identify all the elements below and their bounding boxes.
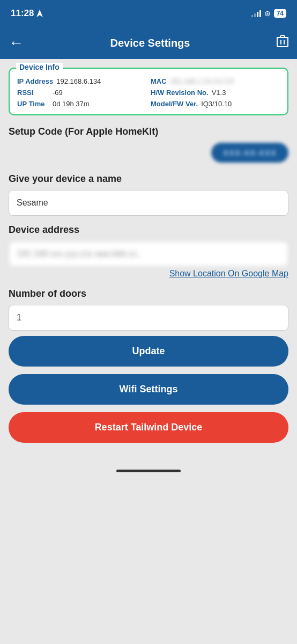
show-map-link[interactable]: Show Location On Google Map bbox=[9, 269, 288, 279]
model-key: Model/FW Ver. bbox=[151, 100, 198, 108]
mac-row: MAC 192.168.1.XX:XX:XX bbox=[151, 77, 280, 85]
back-button[interactable]: ← bbox=[9, 35, 24, 50]
device-name-input[interactable] bbox=[9, 190, 288, 216]
status-bar: 11:28 ⊛ 74 bbox=[0, 0, 297, 27]
model-row: Model/FW Ver. IQ3/10.10 bbox=[151, 100, 280, 108]
device-info-grid: IP Address 192.168.6.134 MAC 192.168.1.X… bbox=[17, 77, 280, 108]
setup-code-label: Setup Code (For Apple HomeKit) bbox=[9, 126, 288, 137]
ip-address-row: IP Address 192.168.6.134 bbox=[17, 77, 146, 85]
status-time: 11:28 bbox=[11, 8, 43, 19]
home-bar bbox=[116, 470, 181, 472]
device-info-card: Device Info IP Address 192.168.6.134 MAC… bbox=[9, 68, 288, 115]
restart-button[interactable]: Restart Tailwind Device bbox=[9, 412, 288, 443]
hw-val: V1.3 bbox=[212, 89, 226, 97]
hw-key: H/W Revision No. bbox=[151, 89, 209, 97]
update-button[interactable]: Update bbox=[9, 336, 288, 367]
signal-icon bbox=[251, 10, 261, 17]
ip-val: 192.168.6.134 bbox=[56, 77, 101, 85]
mac-val: 192.168.1.XX:XX:XX bbox=[170, 77, 235, 85]
rssi-row: RSSI -69 bbox=[17, 89, 146, 97]
battery-badge: 74 bbox=[274, 9, 286, 18]
uptime-val: 0d 19h 37m bbox=[53, 100, 90, 108]
setup-code-section: Setup Code (For Apple HomeKit) XXX-XX-XX… bbox=[9, 126, 288, 163]
wifi-settings-button[interactable]: Wifi Settings bbox=[9, 374, 288, 405]
rssi-val: -69 bbox=[53, 89, 63, 97]
device-address-value: 192.168.xxx.yyy.zzz.aaa.bbb.cc.. bbox=[9, 241, 288, 267]
device-address-section: Device address 192.168.xxx.yyy.zzz.aaa.b… bbox=[9, 224, 288, 279]
status-icons: ⊛ 74 bbox=[251, 9, 286, 18]
doors-input[interactable] bbox=[9, 305, 288, 331]
uptime-row: UP Time 0d 19h 37m bbox=[17, 100, 146, 108]
home-indicator bbox=[0, 459, 297, 478]
time-label: 11:28 bbox=[11, 8, 34, 19]
device-name-section: Give your device a name bbox=[9, 173, 288, 221]
content-area: Device Info IP Address 192.168.6.134 MAC… bbox=[0, 59, 297, 459]
trash-icon[interactable] bbox=[277, 35, 288, 51]
uptime-key: UP Time bbox=[17, 100, 49, 108]
hw-row: H/W Revision No. V1.3 bbox=[151, 89, 280, 97]
model-val: IQ3/10.10 bbox=[201, 100, 232, 108]
nav-bar: ← Device Settings bbox=[0, 27, 297, 59]
page-title: Device Settings bbox=[110, 37, 190, 49]
wifi-icon: ⊛ bbox=[264, 9, 271, 18]
device-info-card-label: Device Info bbox=[16, 63, 63, 71]
ip-key: IP Address bbox=[17, 77, 53, 85]
mac-key: MAC bbox=[151, 77, 167, 85]
device-address-label: Device address bbox=[9, 224, 288, 236]
number-of-doors-section: Number of doors bbox=[9, 288, 288, 336]
location-arrow-icon bbox=[36, 10, 43, 17]
doors-label: Number of doors bbox=[9, 288, 288, 299]
device-name-label: Give your device a name bbox=[9, 173, 288, 185]
setup-code-button[interactable]: XXX-XX-XXX bbox=[211, 143, 288, 163]
svg-rect-0 bbox=[277, 38, 288, 47]
rssi-key: RSSI bbox=[17, 89, 49, 97]
